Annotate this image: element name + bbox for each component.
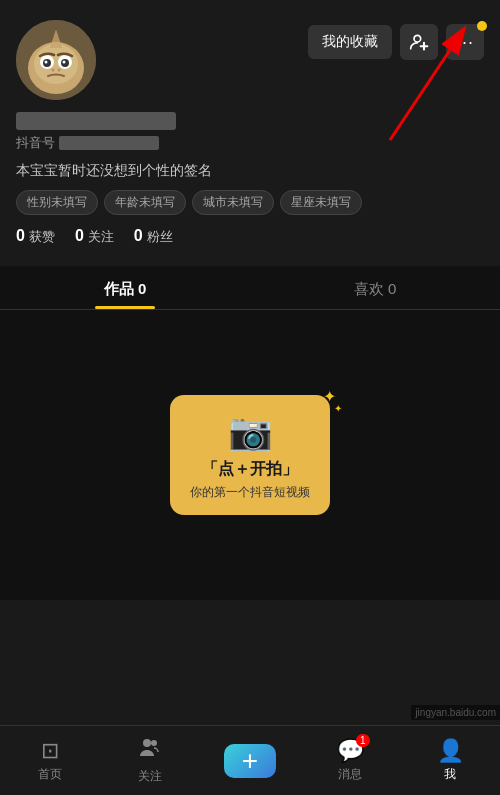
followers-label: 粉丝: [147, 228, 173, 246]
likes-count: 0: [16, 227, 25, 245]
username-blurred: [16, 112, 176, 130]
tab-likes[interactable]: 喜欢 0: [250, 266, 500, 309]
following-count: 0: [75, 227, 84, 245]
bio-text: 本宝宝暂时还没想到个性的签名: [16, 162, 484, 180]
stats-row: 0 获赞 0 关注 0 粉丝: [16, 227, 484, 246]
nav-home-label: 首页: [38, 766, 62, 783]
svg-point-12: [63, 61, 66, 64]
svg-point-19: [151, 740, 157, 746]
nav-profile[interactable]: 👤 我: [420, 738, 480, 783]
tag-city[interactable]: 城市未填写: [192, 190, 274, 215]
stat-followers[interactable]: 0 粉丝: [134, 227, 173, 246]
watermark: jingyan.baidu.com: [411, 705, 500, 720]
nav-profile-label: 我: [444, 766, 456, 783]
svg-point-18: [143, 739, 151, 747]
nav-home[interactable]: ⊡ 首页: [20, 738, 80, 783]
cta-icon: 📷: [184, 411, 316, 453]
more-button[interactable]: ···: [446, 24, 484, 60]
cta-subtitle: 你的第一个抖音短视频: [184, 484, 316, 501]
likes-label: 获赞: [29, 228, 55, 246]
messages-wrapper: 💬 1: [337, 738, 364, 764]
tag-age[interactable]: 年龄未填写: [104, 190, 186, 215]
stat-following[interactable]: 0 关注: [75, 227, 114, 246]
add-friend-button[interactable]: [400, 24, 438, 60]
home-icon: ⊡: [41, 738, 59, 764]
svg-point-14: [58, 69, 61, 72]
cta-title: 「点＋开拍」: [184, 459, 316, 480]
nav-messages-label: 消息: [338, 766, 362, 783]
tab-works-label: 作品 0: [104, 280, 147, 297]
svg-point-13: [52, 69, 55, 72]
profile-icon: 👤: [437, 738, 464, 764]
douyin-id-row: 抖音号: [16, 134, 484, 152]
following-label: 关注: [88, 228, 114, 246]
bottom-nav: ⊡ 首页 关注 + 💬 1 消息 👤 我: [0, 725, 500, 795]
create-button[interactable]: +: [224, 744, 276, 778]
message-badge: 1: [356, 734, 370, 747]
star-icon-2: ✦: [334, 403, 342, 414]
nav-follow-label: 关注: [138, 768, 162, 785]
notification-dot: [477, 21, 487, 31]
content-area: 📷 ✦ ✦ 「点＋开拍」 你的第一个抖音短视频: [0, 310, 500, 600]
stat-likes[interactable]: 0 获赞: [16, 227, 55, 246]
douyin-id-label: 抖音号: [16, 134, 55, 152]
dot-icon: ···: [456, 32, 474, 53]
followers-count: 0: [134, 227, 143, 245]
nav-create[interactable]: +: [220, 744, 280, 778]
tag-zodiac[interactable]: 星座未填写: [280, 190, 362, 215]
tags-row: 性别未填写 年龄未填写 城市未填写 星座未填写: [16, 190, 484, 215]
favorite-button[interactable]: 我的收藏: [308, 25, 392, 59]
svg-point-11: [45, 61, 48, 64]
avatar[interactable]: [16, 20, 96, 100]
tab-underline: [95, 306, 155, 309]
douyin-id-value: [59, 136, 159, 150]
tabs-bar: 作品 0 喜欢 0: [0, 266, 500, 310]
tab-likes-label: 喜欢 0: [354, 280, 397, 297]
header-actions: 我的收藏 ···: [308, 24, 484, 60]
tag-gender[interactable]: 性别未填写: [16, 190, 98, 215]
profile-top-row: 我的收藏 ···: [16, 20, 484, 100]
follow-icon: [138, 736, 162, 766]
svg-point-15: [414, 35, 421, 42]
tab-works[interactable]: 作品 0: [0, 266, 250, 309]
profile-section: 我的收藏 ··· 抖音号 本宝宝暂时还没想到个性的签名 性别未填写: [0, 0, 500, 266]
nav-follow[interactable]: 关注: [120, 736, 180, 785]
nav-messages[interactable]: 💬 1 消息: [320, 738, 380, 783]
username-row: [16, 112, 484, 130]
plus-icon: +: [242, 745, 258, 777]
cta-card[interactable]: 📷 ✦ ✦ 「点＋开拍」 你的第一个抖音短视频: [170, 395, 330, 515]
